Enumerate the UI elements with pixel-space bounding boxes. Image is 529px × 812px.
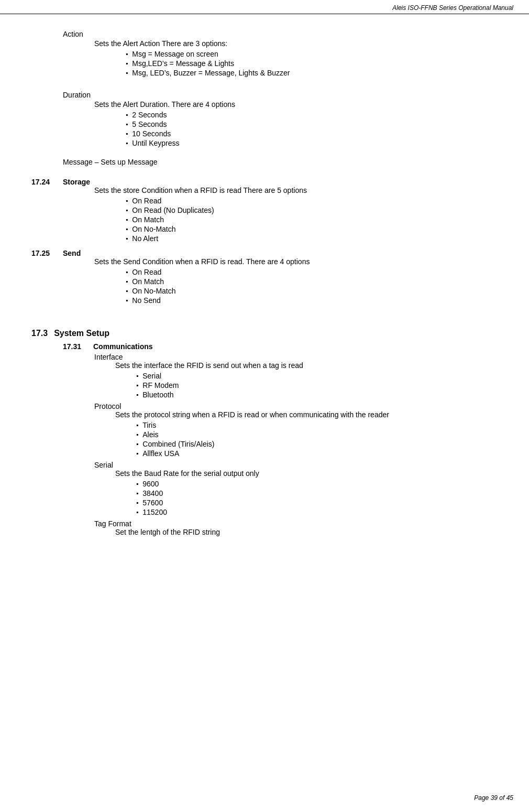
duration-desc: Sets the Alert Duration. There are 4 opt… <box>94 100 498 109</box>
list-item: Until Keypress <box>126 139 498 147</box>
list-item: Combined (Tiris/Aleis) <box>136 440 498 448</box>
section-1731: 17.31 Communications Interface Sets the … <box>63 342 498 536</box>
page-footer: Page 39 of 45 <box>474 794 513 802</box>
tagformat-desc: Set the lentgh of the RFID string <box>115 528 498 536</box>
section-1724-desc: Sets the store Condition when a RFID is … <box>94 186 498 194</box>
list-item: 2 Seconds <box>126 111 498 119</box>
section-1725: 17.25 Send Sets the Send Condition when … <box>31 249 498 307</box>
action-label: Action <box>63 30 498 38</box>
section-1725-bullets: On Read On Match On No-Match No Send <box>126 268 498 305</box>
list-item: RF Modem <box>136 381 498 389</box>
list-item: Msg, LED’s, Buzzer = Message, Lights & B… <box>126 69 498 77</box>
list-item: Allflex USA <box>136 449 498 458</box>
list-item: Msg = Message on screen <box>126 50 498 58</box>
list-item: 9600 <box>136 480 498 488</box>
list-item: 5 Seconds <box>126 120 498 128</box>
section-1725-title: Send <box>63 249 498 257</box>
list-item: On Match <box>126 215 498 224</box>
list-item: On No-Match <box>126 287 498 295</box>
section-1724-title: Storage <box>63 178 498 186</box>
section-173: 17.3 System Setup 17.31 Communications I… <box>31 329 498 536</box>
section-173-num: 17.3 <box>31 329 48 338</box>
list-item: 57600 <box>136 499 498 507</box>
section-1724-bullets: On Read On Read (No Duplicates) On Match… <box>126 197 498 243</box>
interface-label: Interface <box>94 353 498 361</box>
section-1725-num: 17.25 <box>31 249 63 257</box>
serial-desc: Sets the Baud Rate for the serial output… <box>115 469 498 478</box>
list-item: 10 Seconds <box>126 129 498 138</box>
page-header: Aleis ISO-FFNB Series Operational Manual <box>0 0 529 14</box>
list-item: On Match <box>126 277 498 286</box>
section-1724-num: 17.24 <box>31 178 63 186</box>
header-title: Aleis ISO-FFNB Series Operational Manual <box>392 4 513 12</box>
serial-block: Serial Sets the Baud Rate for the serial… <box>94 461 498 516</box>
section-1731-num: 17.31 <box>63 342 89 351</box>
interface-desc: Sets the interface the RFID is send out … <box>115 361 498 370</box>
list-item: On Read <box>126 268 498 276</box>
duration-bullets: 2 Seconds 5 Seconds 10 Seconds Until Key… <box>126 111 498 147</box>
protocol-block: Protocol Sets the protocol string when a… <box>94 402 498 458</box>
protocol-desc: Sets the protocol string when a RFID is … <box>115 410 498 419</box>
serial-label: Serial <box>94 461 498 469</box>
tagformat-label: Tag Format <box>94 519 498 528</box>
list-item: Msg,LED’s = Message & Lights <box>126 59 498 68</box>
tagformat-block: Tag Format Set the lentgh of the RFID st… <box>94 519 498 536</box>
list-item: No Alert <box>126 234 498 243</box>
list-item: No Send <box>126 296 498 305</box>
protocol-label: Protocol <box>94 402 498 410</box>
page-content: Action Sets the Alert Action There are 3… <box>0 14 529 568</box>
section-1724: 17.24 Storage Sets the store Condition w… <box>31 178 498 245</box>
list-item: Bluetooth <box>136 391 498 399</box>
message-label: Message – Sets up Message <box>63 158 498 166</box>
list-item: On No-Match <box>126 225 498 233</box>
serial-bullets: 9600 38400 57600 115200 <box>136 480 498 516</box>
footer-text: Page 39 of 45 <box>474 794 513 802</box>
action-bullets: Msg = Message on screen Msg,LED’s = Mess… <box>126 50 498 77</box>
duration-label: Duration <box>63 91 498 99</box>
section-1731-title: Communications <box>93 342 153 351</box>
list-item: 115200 <box>136 508 498 516</box>
protocol-bullets: Tiris Aleis Combined (Tiris/Aleis) Allfl… <box>136 421 498 458</box>
interface-bullets: Serial RF Modem Bluetooth <box>136 372 498 399</box>
list-item: On Read (No Duplicates) <box>126 206 498 214</box>
section-173-title: System Setup <box>54 329 109 338</box>
list-item: On Read <box>126 197 498 205</box>
list-item: Serial <box>136 372 498 380</box>
list-item: Aleis <box>136 430 498 439</box>
list-item: 38400 <box>136 489 498 497</box>
interface-block: Interface Sets the interface the RFID is… <box>94 353 498 399</box>
section-1725-desc: Sets the Send Condition when a RFID is r… <box>94 257 498 266</box>
list-item: Tiris <box>136 421 498 429</box>
action-desc: Sets the Alert Action There are 3 option… <box>94 39 498 48</box>
